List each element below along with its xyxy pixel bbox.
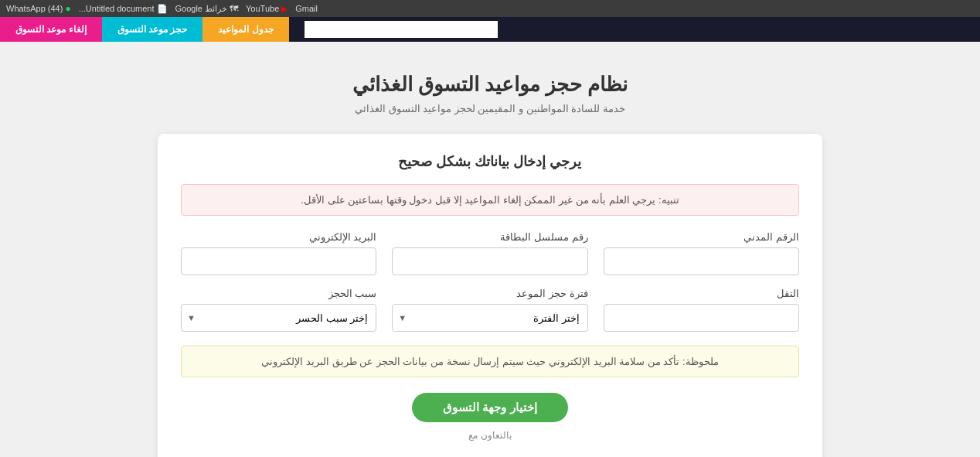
form-group-transport: التقل — [604, 288, 799, 332]
form-group-email: البريد الإلكتروني — [181, 231, 376, 275]
booking-reason-select-wrap: إختر سبب الحسر ▼ — [181, 304, 376, 332]
submit-button[interactable]: إختيار وجهة التسوق — [412, 393, 567, 422]
alert-info: ملحوظة: تأكد من سلامة البريد الإلكتروني … — [181, 346, 799, 377]
form-card-title: يرجي إدخال بياناتك بشكل صحيح — [181, 153, 799, 170]
nav-tab-cancel-label: إلغاء موعد التسوق — [15, 24, 87, 35]
nav-bar: إلغاء موعد التسوق حجز موعد التسوق جدول ا… — [0, 17, 980, 42]
docs-label: Untitled document... — [79, 4, 155, 13]
national-id-input[interactable] — [604, 247, 799, 275]
youtube-tab[interactable]: ▶ YouTube — [246, 4, 288, 13]
alert-info-text: ملحوظة: تأكد من سلامة البريد الإلكتروني … — [261, 356, 718, 367]
page-title: نظام حجز مواعيد التسوق الغذائي — [0, 73, 980, 97]
form-card: يرجي إدخال بياناتك بشكل صحيح تنبيه: يرجي… — [158, 134, 822, 457]
page-subtitle: خدمة للسادة المواطنين و المقيمين لحجز مو… — [0, 103, 980, 114]
alert-warning: تنبيه: يرجي العلم بأنه من غير الممكن إلغ… — [181, 184, 799, 216]
whatsapp-icon: ● — [65, 3, 70, 14]
transport-input[interactable] — [604, 304, 799, 332]
nav-search — [289, 17, 980, 42]
booking-reason-label: سبب الحجز — [181, 288, 376, 299]
booking-reason-select[interactable]: إختر سبب الحسر — [181, 304, 376, 332]
youtube-label: YouTube — [246, 4, 279, 13]
form-group-booking-reason: سبب الحجز إختر سبب الحسر ▼ — [181, 288, 376, 332]
search-input[interactable] — [305, 21, 498, 38]
nav-tab-booking[interactable]: حجز موعد التسوق — [102, 17, 203, 42]
transport-label: التقل — [604, 288, 799, 299]
email-input[interactable] — [181, 247, 376, 275]
browser-bar: Gmail ▶ YouTube 🗺 خرائط Google 📄 Untitle… — [0, 0, 980, 17]
nav-tab-schedule[interactable]: جدول المواعيد — [202, 17, 288, 42]
national-id-label: الرقم المدني — [604, 231, 799, 243]
form-group-booking-period: فترة حجز الموعد إختر الفترة ▼ — [392, 288, 587, 332]
docs-tab[interactable]: 📄 Untitled document... — [79, 4, 168, 14]
booking-period-select-wrap: إختر الفترة ▼ — [392, 304, 587, 332]
maps-label: خرائط Google — [175, 4, 228, 14]
nav-tab-cancel[interactable]: إلغاء موعد التسوق — [0, 17, 102, 42]
docs-icon: 📄 — [157, 4, 168, 14]
nav-tab-schedule-label: جدول المواعيد — [218, 24, 273, 35]
whatsapp-tab[interactable]: ● (44) WhatsApp — [6, 3, 71, 14]
form-row-2: التقل فترة حجز الموعد إختر الفترة ▼ سبب … — [181, 288, 799, 332]
booking-period-label: فترة حجز الموعد — [392, 288, 587, 299]
alert-warning-text: تنبيه: يرجي العلم بأنه من غير الممكن إلغ… — [301, 194, 679, 206]
youtube-icon: ▶ — [281, 5, 288, 13]
gmail-label: Gmail — [295, 4, 318, 13]
main-content: نظام حجز مواعيد التسوق الغذائي خدمة للسا… — [0, 42, 980, 457]
form-row-1: الرقم المدني رقم مسلسل البطاقة البريد ال… — [181, 231, 799, 275]
maps-tab[interactable]: 🗺 خرائط Google — [175, 4, 239, 14]
footer-text: بالتعاون مع — [181, 430, 799, 441]
gmail-tab[interactable]: Gmail — [295, 4, 318, 13]
email-label: البريد الإلكتروني — [181, 231, 376, 243]
maps-icon: 🗺 — [230, 4, 238, 13]
nav-tab-booking-label: حجز موعد التسوق — [117, 24, 188, 35]
form-group-card-serial: رقم مسلسل البطاقة — [392, 231, 587, 275]
booking-period-select[interactable]: إختر الفترة — [392, 304, 587, 332]
whatsapp-label: (44) WhatsApp — [6, 4, 63, 13]
card-serial-label: رقم مسلسل البطاقة — [392, 231, 587, 243]
card-serial-input[interactable] — [392, 247, 587, 275]
form-group-national-id: الرقم المدني — [604, 231, 799, 275]
page-header: نظام حجز مواعيد التسوق الغذائي خدمة للسا… — [0, 57, 980, 126]
